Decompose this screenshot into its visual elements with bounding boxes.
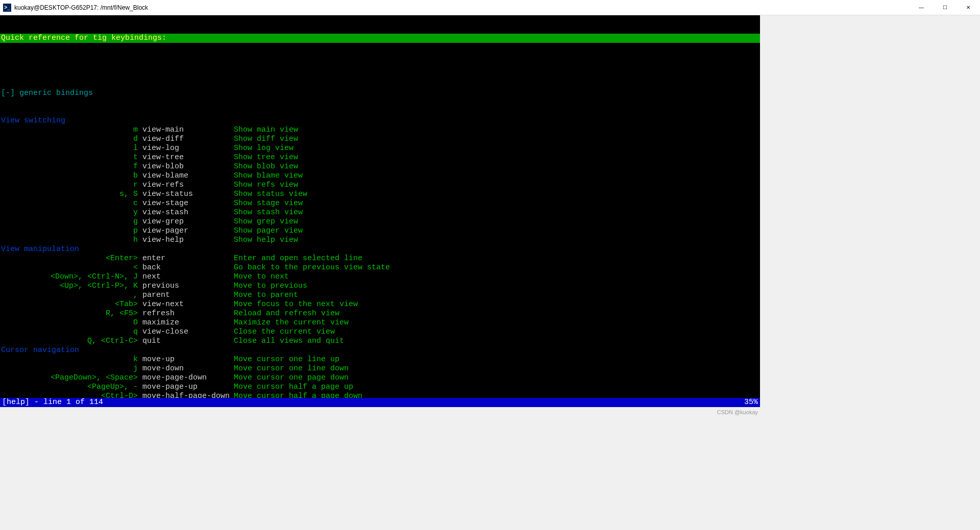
keybinding-action: refresh xyxy=(138,309,234,318)
keybinding-key: <PageDown>, <Space> xyxy=(1,373,138,383)
keybinding-row: r view-refsShow refs view xyxy=(0,181,760,190)
keybinding-action: view-refs xyxy=(138,181,234,190)
keybinding-row: < backGo back to the previous view state xyxy=(0,263,760,272)
keybinding-row: <Down>, <Ctrl-N>, J nextMove to next xyxy=(0,272,760,282)
keybinding-row: <PageDown>, <Space> move-page-downMove c… xyxy=(0,373,760,383)
keybinding-row: R, <F5> refreshReload and refresh view xyxy=(0,309,760,318)
keybinding-key: <PageUp>, - xyxy=(1,383,138,392)
window-controls: — ☐ ✕ xyxy=(910,0,980,15)
keybinding-description: Move cursor one line down xyxy=(234,364,349,373)
keybinding-action: view-stash xyxy=(138,208,234,217)
keybinding-description: Show status view xyxy=(234,190,307,199)
status-left: [help] - line 1 of 114 xyxy=(2,398,103,407)
keybinding-action: move-page-down xyxy=(138,373,234,383)
keybinding-row: <PageUp>, - move-page-upMove cursor half… xyxy=(0,383,760,392)
title-left: >_ kuokay@DESKTOP-G652P17: /mnt/f/New_Bl… xyxy=(3,4,148,12)
window-title: kuokay@DESKTOP-G652P17: /mnt/f/New_Block xyxy=(14,4,148,11)
keybinding-key: s, S xyxy=(1,190,138,199)
keybinding-description: Move cursor one line up xyxy=(234,355,339,364)
keybinding-row: q view-closeClose the current view xyxy=(0,327,760,337)
keybinding-row: <Up>, <Ctrl-P>, K previousMove to previo… xyxy=(0,282,760,291)
watermark: CSDN @kuokay xyxy=(717,409,758,415)
terminal[interactable]: Quick reference for tig keybindings: [-]… xyxy=(0,15,760,407)
keybinding-description: Enter and open selected line xyxy=(234,254,362,263)
keybinding-key: p xyxy=(1,226,138,236)
keybinding-key: k xyxy=(1,355,138,364)
keybinding-key: q xyxy=(1,327,138,337)
keybinding-action: next xyxy=(138,272,234,282)
keybinding-description: Show stash view xyxy=(234,208,303,217)
keybinding-row: l view-logShow log view xyxy=(0,144,760,153)
keybinding-description: Close all views and quit xyxy=(234,337,344,346)
keybinding-key: b xyxy=(1,171,138,181)
section-title: View switching xyxy=(0,116,760,125)
keybinding-row: g view-grepShow grep view xyxy=(0,217,760,226)
keybinding-description: Move to parent xyxy=(234,291,298,300)
keybinding-action: move-up xyxy=(138,355,234,364)
keybinding-key: l xyxy=(1,144,138,153)
keybinding-action: maximize xyxy=(138,318,234,327)
generic-bindings-header: [-] generic bindings xyxy=(0,89,760,98)
keybinding-row: <Tab> view-nextMove focus to the next vi… xyxy=(0,300,760,309)
watermark-bar: CSDN @kuokay xyxy=(0,407,760,417)
keybinding-row: t view-treeShow tree view xyxy=(0,153,760,162)
keybinding-row: d view-diffShow diff view xyxy=(0,135,760,144)
keybinding-description: Maximize the current view xyxy=(234,318,349,327)
keybinding-key: <Enter> xyxy=(1,254,138,263)
keybinding-row: h view-helpShow help view xyxy=(0,236,760,245)
keybinding-row: <Enter> enterEnter and open selected lin… xyxy=(0,254,760,263)
window-title-bar: >_ kuokay@DESKTOP-G652P17: /mnt/f/New_Bl… xyxy=(0,0,980,15)
keybinding-action: view-blob xyxy=(138,162,234,171)
powershell-icon: >_ xyxy=(3,4,11,12)
keybinding-action: view-status xyxy=(138,190,234,199)
keybinding-key: <Tab> xyxy=(1,300,138,309)
keybinding-key: f xyxy=(1,162,138,171)
keybinding-description: Go back to the previous view state xyxy=(234,263,390,272)
keybinding-action: view-pager xyxy=(138,226,234,236)
keybinding-row: m view-mainShow main view xyxy=(0,125,760,135)
keybinding-action: view-blame xyxy=(138,171,234,181)
keybinding-description: Move to next xyxy=(234,272,289,282)
keybinding-row: O maximizeMaximize the current view xyxy=(0,318,760,327)
keybinding-description: Show grep view xyxy=(234,217,298,226)
keybinding-key: j xyxy=(1,364,138,373)
keybinding-key: , xyxy=(1,291,138,300)
keybinding-action: view-log xyxy=(138,144,234,153)
keybinding-action: parent xyxy=(138,291,234,300)
keybinding-action: enter xyxy=(138,254,234,263)
keybinding-key: Q, <Ctrl-C> xyxy=(1,337,138,346)
keybinding-key: g xyxy=(1,217,138,226)
keybinding-row: j move-downMove cursor one line down xyxy=(0,364,760,373)
keybinding-key: m xyxy=(1,125,138,135)
keybinding-row: b view-blameShow blame view xyxy=(0,171,760,181)
keybinding-action: view-tree xyxy=(138,153,234,162)
keybinding-key: c xyxy=(1,199,138,208)
keybinding-description: Move cursor one page down xyxy=(234,373,349,383)
keybinding-key: r xyxy=(1,181,138,190)
keybinding-row: p view-pagerShow pager view xyxy=(0,226,760,236)
keybinding-key: y xyxy=(1,208,138,217)
keybinding-row: s, S view-statusShow status view xyxy=(0,190,760,199)
section-title: View manipulation xyxy=(0,245,760,254)
keybinding-action: previous xyxy=(138,282,234,291)
status-right: 35% xyxy=(744,398,758,407)
keybinding-action: quit xyxy=(138,337,234,346)
close-button[interactable]: ✕ xyxy=(957,0,980,15)
keybinding-key: d xyxy=(1,135,138,144)
keybinding-action: view-main xyxy=(138,125,234,135)
keybinding-row: c view-stageShow stage view xyxy=(0,199,760,208)
keybinding-description: Show stage view xyxy=(234,199,303,208)
maximize-button[interactable]: ☐ xyxy=(933,0,957,15)
keybinding-action: view-grep xyxy=(138,217,234,226)
keybinding-action: view-next xyxy=(138,300,234,309)
keybinding-row: Q, <Ctrl-C> quitClose all views and quit xyxy=(0,337,760,346)
help-header: Quick reference for tig keybindings: xyxy=(0,34,760,43)
keybinding-row: f view-blobShow blob view xyxy=(0,162,760,171)
keybinding-action: view-diff xyxy=(138,135,234,144)
keybinding-key: t xyxy=(1,153,138,162)
keybinding-description: Show tree view xyxy=(234,153,298,162)
minimize-button[interactable]: — xyxy=(910,0,933,15)
keybinding-description: Show diff view xyxy=(234,135,298,144)
keybinding-row: , parentMove to parent xyxy=(0,291,760,300)
keybinding-description: Show blob view xyxy=(234,162,298,171)
